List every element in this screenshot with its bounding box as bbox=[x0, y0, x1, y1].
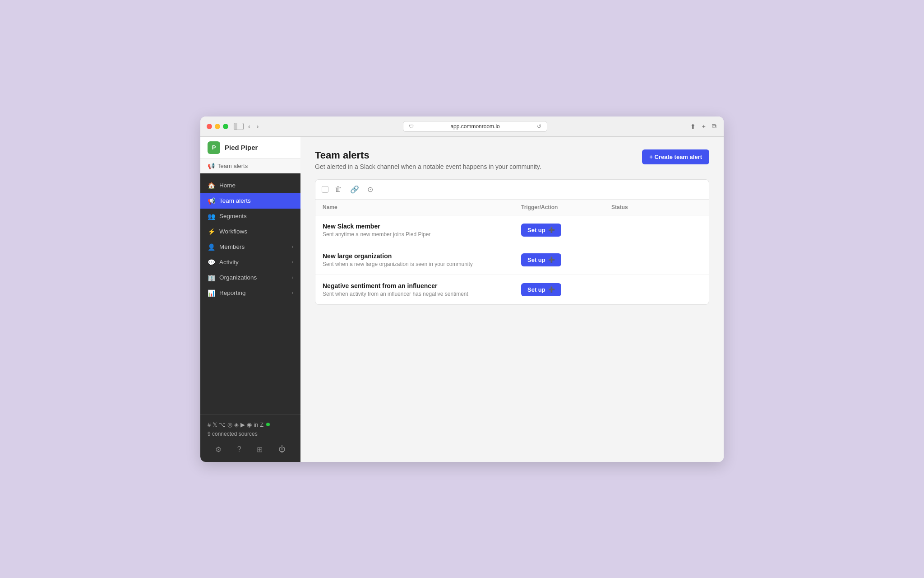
connected-sources-label: 9 connected sources bbox=[208, 431, 293, 437]
toggle-button[interactable]: ⊙ bbox=[365, 184, 375, 195]
create-team-alert-button[interactable]: + Create team alert bbox=[642, 149, 709, 164]
members-icon: 👤 bbox=[208, 243, 215, 251]
layout-button[interactable]: ⊞ bbox=[255, 443, 264, 456]
workspace-name: Pied Piper bbox=[225, 144, 258, 151]
connected-sources-icons: # 𝕏 ⌥ ◎ ◈ ▶ ◉ in Z bbox=[208, 421, 293, 428]
sidebar-bottom: # 𝕏 ⌥ ◎ ◈ ▶ ◉ in Z 9 connected sources ⚙… bbox=[200, 415, 300, 462]
home-icon: 🏠 bbox=[208, 182, 215, 189]
sidebar-item-label-organizations: Organizations bbox=[219, 274, 257, 281]
back-button[interactable]: ‹ bbox=[246, 122, 252, 131]
link-button[interactable]: 🔗 bbox=[348, 184, 361, 195]
organizations-chevron-icon: › bbox=[292, 275, 293, 280]
connected-dot bbox=[266, 423, 270, 426]
row-name-new-large-org: New large organization bbox=[323, 252, 521, 260]
tab-breadcrumb: 📢 Team alerts bbox=[200, 159, 300, 173]
sidebar-item-label-members: Members bbox=[219, 243, 245, 250]
row-desc-new-large-org: Sent when a new large organization is se… bbox=[323, 261, 521, 267]
new-tab-button[interactable]: + bbox=[701, 122, 707, 131]
page-title-section: Team alerts Get alerted in a Slack chann… bbox=[315, 149, 541, 170]
browser-actions: ⬆ + ⧉ bbox=[689, 121, 717, 131]
delete-button[interactable]: 🗑 bbox=[333, 184, 344, 194]
maximize-button[interactable] bbox=[223, 124, 228, 129]
col-header-name: Name bbox=[323, 204, 521, 210]
row-trigger-new-large-org: Set up ➕ bbox=[521, 253, 611, 266]
sidebar-item-label-segments: Segments bbox=[219, 213, 247, 219]
url-bar[interactable]: 🛡 app.commonroom.io ↺ bbox=[403, 121, 547, 132]
sidebar-item-label-team-alerts: Team alerts bbox=[219, 197, 251, 204]
share-button[interactable]: ⬆ bbox=[689, 122, 697, 131]
setup-button-new-slack-member[interactable]: Set up ➕ bbox=[521, 224, 561, 237]
sidebar-item-activity[interactable]: 💬 Activity › bbox=[200, 255, 300, 270]
row-info-new-slack-member: New Slack member Sent anytime a new memb… bbox=[323, 223, 521, 238]
twitter-icon: 𝕏 bbox=[213, 421, 217, 428]
page-header: Team alerts Get alerted in a Slack chann… bbox=[315, 149, 709, 170]
sidebar-footer-icons: ⚙ ? ⊞ ⏻ bbox=[208, 443, 293, 456]
workflows-icon: ⚡ bbox=[208, 228, 215, 235]
reddit-icon: ◈ bbox=[234, 421, 239, 428]
workspace-logo: P bbox=[208, 141, 220, 154]
slack-icon: # bbox=[208, 421, 211, 428]
sidebar-item-team-alerts[interactable]: 📢 Team alerts bbox=[200, 193, 300, 209]
browser-controls: ‹ › bbox=[234, 122, 260, 131]
setup-button-negative-sentiment[interactable]: Set up ➕ bbox=[521, 283, 561, 296]
members-chevron-icon: › bbox=[292, 244, 293, 249]
sidebar-item-label-workflows: Workflows bbox=[219, 228, 247, 235]
forward-button[interactable]: › bbox=[255, 122, 261, 131]
page-title: Team alerts bbox=[315, 149, 541, 161]
linkedin-icon: in bbox=[254, 421, 258, 428]
page-subtitle: Get alerted in a Slack channel when a no… bbox=[315, 163, 541, 170]
table-header: Name Trigger/Action Status bbox=[315, 200, 709, 215]
col-header-status: Status bbox=[611, 204, 702, 210]
workspace-header: P Pied Piper bbox=[200, 137, 300, 159]
sidebar-item-workflows[interactable]: ⚡ Workflows bbox=[200, 224, 300, 239]
sidebar-item-reporting[interactable]: 📊 Reporting › bbox=[200, 285, 300, 301]
sidebar-item-label-home: Home bbox=[219, 182, 236, 189]
close-button[interactable] bbox=[207, 124, 212, 129]
settings-button[interactable]: ⚙ bbox=[213, 443, 223, 456]
nav-menu: 🏠 Home 📢 Team alerts 👥 Segments bbox=[200, 173, 300, 415]
traffic-lights bbox=[207, 124, 228, 129]
activity-chevron-icon: › bbox=[292, 260, 293, 265]
setup-icon-negative-sentiment: ➕ bbox=[548, 286, 555, 293]
sidebar-toggle-button[interactable] bbox=[234, 123, 244, 130]
zoom-icon: Z bbox=[260, 421, 263, 428]
reload-button[interactable]: ↺ bbox=[537, 123, 541, 130]
sidebar-item-label-activity: Activity bbox=[219, 259, 239, 266]
setup-button-new-large-org[interactable]: Set up ➕ bbox=[521, 253, 561, 266]
sidebar-item-organizations[interactable]: 🏢 Organizations › bbox=[200, 270, 300, 285]
row-name-new-slack-member: New Slack member bbox=[323, 223, 521, 230]
activity-icon: 💬 bbox=[208, 259, 215, 266]
stackoverflow-icon: ◎ bbox=[227, 421, 232, 428]
row-desc-new-slack-member: Sent anytime a new member joins Pied Pip… bbox=[323, 231, 521, 238]
table-row: New Slack member Sent anytime a new memb… bbox=[315, 215, 709, 245]
table-row: Negative sentiment from an influencer Se… bbox=[315, 275, 709, 304]
select-all-checkbox[interactable] bbox=[322, 186, 328, 193]
sidebar-item-label-reporting: Reporting bbox=[219, 289, 246, 296]
sidebar-item-members[interactable]: 👤 Members › bbox=[200, 239, 300, 255]
setup-label-new-slack-member: Set up bbox=[527, 227, 545, 233]
url-text: app.commonroom.io bbox=[417, 123, 533, 130]
main-content: Team alerts Get alerted in a Slack chann… bbox=[300, 137, 724, 462]
tab-breadcrumb-label: Team alerts bbox=[217, 163, 248, 169]
setup-icon-new-slack-member: ➕ bbox=[548, 227, 555, 233]
row-info-negative-sentiment: Negative sentiment from an influencer Se… bbox=[323, 282, 521, 297]
row-trigger-new-slack-member: Set up ➕ bbox=[521, 224, 611, 237]
row-trigger-negative-sentiment: Set up ➕ bbox=[521, 283, 611, 296]
sidebar-item-segments[interactable]: 👥 Segments bbox=[200, 209, 300, 224]
team-alerts-icon: 📢 bbox=[208, 197, 215, 205]
url-bar-container: 🛡 app.commonroom.io ↺ bbox=[266, 121, 684, 132]
table-toolbar: 🗑 🔗 ⊙ bbox=[315, 180, 709, 200]
setup-label-negative-sentiment: Set up bbox=[527, 286, 545, 293]
security-icon: 🛡 bbox=[409, 124, 414, 129]
setup-label-new-large-org: Set up bbox=[527, 256, 545, 263]
workspace-logo-letter: P bbox=[212, 144, 216, 151]
row-desc-negative-sentiment: Sent when activity from an influencer ha… bbox=[323, 291, 521, 297]
sidebar-item-home[interactable]: 🏠 Home bbox=[200, 178, 300, 193]
page-content: Team alerts Get alerted in a Slack chann… bbox=[300, 137, 724, 462]
row-info-new-large-org: New large organization Sent when a new l… bbox=[323, 252, 521, 267]
help-button[interactable]: ? bbox=[236, 443, 243, 456]
tabs-button[interactable]: ⧉ bbox=[711, 121, 717, 131]
power-button[interactable]: ⏻ bbox=[277, 443, 287, 456]
minimize-button[interactable] bbox=[215, 124, 220, 129]
github-icon: ⌥ bbox=[219, 421, 226, 428]
